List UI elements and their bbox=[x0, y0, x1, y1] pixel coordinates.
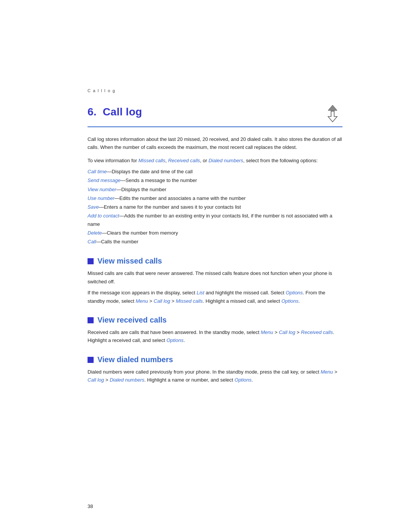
section-title-dialed: View dialed numbers bbox=[97, 355, 173, 364]
section-title-missed: View missed calls bbox=[97, 257, 162, 265]
link-missed-calls: Missed calls bbox=[139, 158, 166, 163]
section-dialed-numbers-heading: View dialed numbers bbox=[88, 355, 342, 364]
missed-para1: Missed calls are calls that were never a… bbox=[88, 269, 342, 286]
missed-para2: If the message icon appears in the displ… bbox=[88, 289, 342, 305]
section-square-received bbox=[88, 317, 94, 323]
chapter-header: 6. Call log bbox=[88, 106, 342, 127]
section-dialed-numbers: View dialed numbers Dialed numbers were … bbox=[88, 355, 342, 384]
options-list: Call time—Displays the date and time of … bbox=[88, 168, 342, 246]
page: C a l l l o g 6. Call log Call log store… bbox=[0, 0, 411, 532]
section-square-dialed bbox=[88, 357, 94, 363]
option-use-number: Use number—Edits the number and associat… bbox=[88, 194, 342, 203]
option-add-to-contact: Add to contact—Adds the number to an exi… bbox=[88, 212, 342, 228]
link-received-calls: Received calls bbox=[168, 158, 200, 163]
section-body-received: Received calls are calls that have been … bbox=[88, 328, 342, 345]
section-missed-calls: View missed calls Missed calls are calls… bbox=[88, 257, 342, 305]
option-send-message: Send message—Sends a message to the numb… bbox=[88, 176, 342, 185]
section-received-calls: View received calls Received calls are c… bbox=[88, 316, 342, 345]
section-body-missed: Missed calls are calls that were never a… bbox=[88, 269, 342, 305]
dialed-para1: Dialed numbers were called previously fr… bbox=[88, 368, 342, 384]
intro-paragraph1: Call log stores information about the la… bbox=[88, 136, 342, 152]
option-call: Call—Calls the number bbox=[88, 238, 342, 246]
section-title-received: View received calls bbox=[97, 316, 167, 324]
section-received-calls-heading: View received calls bbox=[88, 316, 342, 324]
chapter-title: 6. Call log bbox=[88, 106, 142, 118]
option-save: Save—Enters a name for the number and sa… bbox=[88, 203, 342, 211]
svg-marker-1 bbox=[328, 111, 337, 122]
call-log-icon bbox=[323, 104, 342, 123]
option-call-time: Call time—Displays the date and time of … bbox=[88, 168, 342, 176]
option-view-number: View number—Displays the number bbox=[88, 185, 342, 194]
link-dialed-numbers: Dialed numbers bbox=[209, 158, 243, 163]
option-delete: Delete—Clears the number from memory bbox=[88, 229, 342, 237]
section-missed-calls-heading: View missed calls bbox=[88, 257, 342, 265]
breadcrumb: C a l l l o g bbox=[88, 88, 115, 93]
page-number: 38 bbox=[88, 503, 93, 509]
section-square-missed bbox=[88, 258, 94, 264]
section-body-dialed: Dialed numbers were called previously fr… bbox=[88, 368, 342, 384]
breadcrumb-text: C a l l l o g bbox=[88, 88, 115, 93]
received-para1: Received calls are calls that have been … bbox=[88, 328, 342, 345]
intro-paragraph2: To view information for Missed calls, Re… bbox=[88, 157, 342, 165]
